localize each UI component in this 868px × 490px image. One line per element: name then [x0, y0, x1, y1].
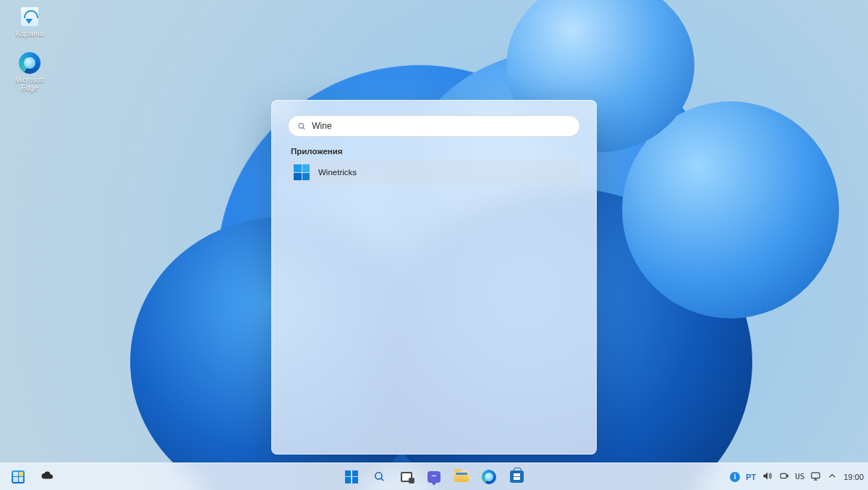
- display-icon: [810, 470, 821, 481]
- taskbar-center: [339, 466, 529, 488]
- recycle-bin-icon: [17, 6, 42, 28]
- task-view-icon: [401, 472, 412, 482]
- svg-rect-10: [812, 473, 820, 478]
- taskbar-left: [6, 466, 59, 488]
- widgets-button[interactable]: [6, 466, 30, 488]
- system-tray: i PT US 19:00: [730, 470, 864, 483]
- svg-point-5: [434, 475, 435, 476]
- store-button[interactable]: [504, 466, 529, 488]
- search-icon: [373, 470, 386, 483]
- chat-button[interactable]: [422, 466, 446, 488]
- svg-marker-7: [764, 473, 768, 480]
- tray-lang-primary[interactable]: PT: [746, 473, 756, 481]
- svg-rect-8: [780, 473, 786, 478]
- edge-icon: [17, 52, 42, 74]
- chevron-up-icon: [827, 470, 838, 481]
- svg-point-4: [432, 475, 433, 476]
- chat-icon: [427, 471, 441, 483]
- svg-line-3: [380, 478, 383, 481]
- svg-point-0: [299, 123, 304, 128]
- desktop-icon-edge[interactable]: Microsoft Edge: [3, 51, 56, 97]
- widgets-icon: [12, 470, 25, 483]
- winetricks-icon: [294, 164, 310, 180]
- desktop-icon-recycle-bin[interactable]: Корзина: [3, 4, 56, 51]
- taskbar-search-button[interactable]: [367, 466, 391, 488]
- start-search-panel: Приложения Winetricks: [271, 100, 597, 455]
- tray-lang-secondary[interactable]: US: [795, 472, 804, 481]
- taskbar: i PT US 19:00: [0, 462, 868, 490]
- tray-clock[interactable]: 19:00: [843, 473, 864, 481]
- start-button[interactable]: [339, 466, 364, 488]
- svg-point-2: [375, 473, 381, 479]
- cloud-sync-button[interactable]: [35, 466, 59, 488]
- tray-display-button[interactable]: [810, 470, 821, 483]
- apps-section-header: Приложения: [291, 147, 577, 156]
- file-explorer-button[interactable]: [449, 466, 474, 488]
- task-view-button[interactable]: [394, 466, 419, 488]
- store-icon: [510, 470, 524, 483]
- desktop-icon-label: Корзина: [16, 30, 43, 38]
- desktop-icon-label: Microsoft Edge: [15, 76, 45, 92]
- edge-icon: [482, 470, 496, 484]
- windows-logo-icon: [345, 470, 358, 483]
- search-input[interactable]: [312, 121, 571, 131]
- svg-rect-9: [787, 475, 788, 477]
- folder-icon: [454, 471, 469, 482]
- search-icon: [297, 122, 306, 131]
- tray-info-button[interactable]: i: [730, 472, 740, 482]
- edge-button[interactable]: [477, 466, 501, 488]
- svg-line-1: [303, 127, 305, 129]
- desktop-icons: Корзина Microsoft Edge: [3, 4, 56, 97]
- cloud-icon: [41, 469, 54, 485]
- svg-point-6: [435, 475, 436, 476]
- search-result-label: Winetricks: [318, 168, 357, 177]
- tray-volume-button[interactable]: [762, 470, 773, 483]
- tray-overflow-button[interactable]: [827, 470, 838, 483]
- tray-battery-button[interactable]: [778, 470, 789, 483]
- battery-icon: [778, 470, 789, 481]
- volume-icon: [762, 470, 773, 481]
- search-result-winetricks[interactable]: Winetricks: [288, 160, 580, 185]
- search-box[interactable]: [288, 115, 580, 137]
- desktop: Корзина Microsoft Edge Приложения Winetr…: [0, 0, 868, 490]
